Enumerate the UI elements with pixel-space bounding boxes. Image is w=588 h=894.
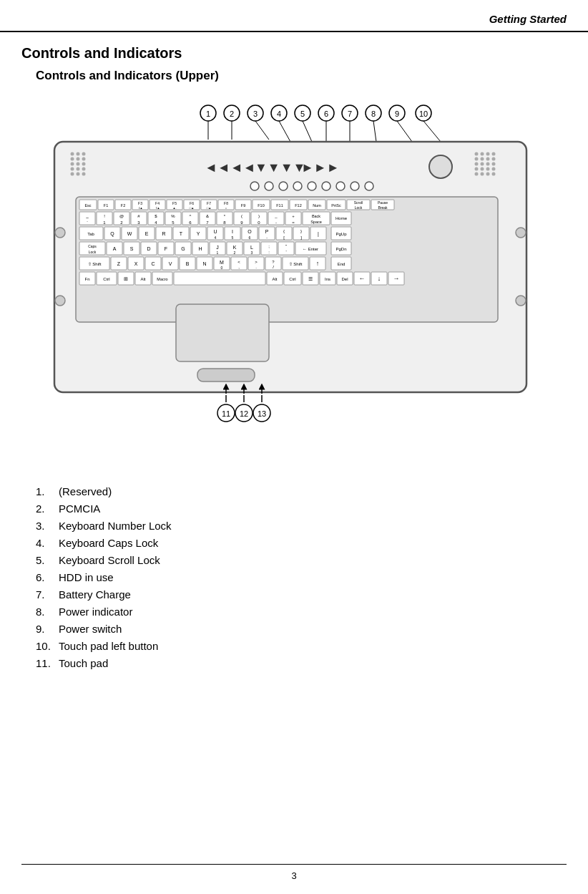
svg-text:□▲: □▲ <box>207 206 211 210</box>
svg-text:K: K <box>233 245 237 250</box>
svg-text:F10: F10 <box>258 203 264 208</box>
svg-line-28 <box>397 121 412 142</box>
svg-point-75 <box>322 182 330 190</box>
svg-text:5: 5 <box>232 235 234 240</box>
svg-text:U: U <box>213 229 217 234</box>
svg-point-53 <box>492 157 496 161</box>
svg-text:☰: ☰ <box>308 276 313 281</box>
svg-text:': ' <box>285 250 286 254</box>
svg-text:Y: Y <box>197 231 200 236</box>
svg-text:PgUp: PgUp <box>335 232 347 236</box>
svg-text:Esc: Esc <box>84 203 91 208</box>
list-item: 9. Power switch <box>36 623 567 635</box>
svg-text:⇧ Shift: ⇧ Shift <box>88 262 102 266</box>
svg-text:+: + <box>292 214 295 218</box>
svg-text:►►►: ►►► <box>301 160 339 175</box>
svg-text:Alt: Alt <box>140 277 145 281</box>
list-num-5: 5. <box>36 554 59 566</box>
svg-text:7: 7 <box>348 110 352 118</box>
numbered-list: 1. (Reserved) 2. PCMCIA 3. Keyboard Numb… <box>36 485 567 669</box>
svg-text:X: X <box>134 261 138 266</box>
svg-point-82 <box>516 296 526 306</box>
svg-point-70 <box>250 182 259 190</box>
svg-point-45 <box>82 173 86 176</box>
svg-point-31 <box>71 152 74 156</box>
svg-point-63 <box>481 173 484 176</box>
svg-text:Tab: Tab <box>87 232 94 236</box>
list-item: 8. Power indicator <box>36 606 567 618</box>
svg-point-36 <box>82 157 86 161</box>
svg-point-47 <box>481 152 484 156</box>
svg-text:": " <box>285 244 287 248</box>
svg-text:F1: F1 <box>104 203 108 208</box>
list-text-8: Power indicator <box>59 606 132 618</box>
list-item: 7. Battery Charge <box>36 588 567 601</box>
svg-text:D: D <box>147 246 150 251</box>
svg-text:P: P <box>265 229 269 234</box>
list-text-3: Keyboard Number Lock <box>59 520 172 532</box>
svg-text:↑: ↑ <box>316 260 320 267</box>
keyboard-diagram: 1 2 3 4 5 6 7 8 <box>29 93 559 472</box>
svg-point-40 <box>71 167 74 171</box>
svg-text:F11: F11 <box>276 203 283 208</box>
svg-point-37 <box>71 162 74 166</box>
svg-text:12: 12 <box>240 409 248 418</box>
svg-text:<: < <box>237 260 240 264</box>
svg-point-42 <box>82 167 86 171</box>
list-item: 6. HDD in use <box>36 571 567 583</box>
svg-text:F6: F6 <box>190 201 194 205</box>
diagram-area: 1 2 3 4 5 6 7 8 <box>29 93 559 472</box>
svg-text:I: I <box>232 229 233 234</box>
svg-point-44 <box>77 173 80 176</box>
list-num-7: 7. <box>36 588 59 601</box>
svg-point-73 <box>293 182 302 190</box>
svg-text:(: ( <box>241 214 242 218</box>
svg-text:13: 13 <box>258 409 266 418</box>
list-num-3: 3. <box>36 520 59 532</box>
svg-point-46 <box>475 152 479 156</box>
svg-text:M: M <box>220 260 224 265</box>
svg-text:1: 1 <box>217 251 219 255</box>
svg-point-41 <box>77 167 80 171</box>
list-text-7: Battery Charge <box>59 588 131 601</box>
svg-point-57 <box>492 162 496 166</box>
list-num-9: 9. <box>36 623 59 635</box>
main-content: Controls and Indicators Controls and Ind… <box>0 45 588 669</box>
svg-text:F7: F7 <box>207 201 211 205</box>
svg-text:⇩▲: ⇩▲ <box>138 206 143 210</box>
svg-text:6: 6 <box>249 235 251 240</box>
svg-text:Home: Home <box>335 216 348 220</box>
svg-text:5: 5 <box>300 110 305 118</box>
svg-text:Back: Back <box>312 214 320 218</box>
list-text-6: HDD in use <box>59 571 114 583</box>
svg-text:Ctrl: Ctrl <box>103 277 109 281</box>
svg-text:V: V <box>169 261 172 266</box>
svg-text:J: J <box>216 245 219 250</box>
svg-text:Caps: Caps <box>88 244 97 248</box>
list-num-1: 1. <box>36 485 59 497</box>
svg-point-80 <box>55 296 65 306</box>
svg-point-34 <box>71 157 74 161</box>
svg-point-56 <box>486 162 490 166</box>
svg-text:10: 10 <box>419 110 428 118</box>
svg-point-49 <box>492 152 496 156</box>
svg-text:Alt: Alt <box>272 277 277 281</box>
svg-text:☼: ☼ <box>225 206 227 210</box>
svg-text:>: > <box>255 260 258 264</box>
svg-point-65 <box>492 173 496 176</box>
svg-rect-300 <box>197 369 255 382</box>
page-footer: 3 <box>21 864 567 881</box>
svg-text:↓: ↓ <box>378 275 381 282</box>
list-item: 3. Keyboard Number Lock <box>36 520 567 532</box>
svg-point-79 <box>55 228 65 238</box>
svg-text:▲.: ▲. <box>172 206 176 210</box>
svg-text:Scroll: Scroll <box>354 200 363 205</box>
svg-text:Macro: Macro <box>157 277 167 281</box>
svg-text:Del: Del <box>341 277 348 281</box>
svg-text:_: _ <box>274 214 278 218</box>
svg-text:O: O <box>248 229 252 234</box>
svg-text:B: B <box>186 261 190 266</box>
svg-point-33 <box>82 152 86 156</box>
list-item: 11. Touch pad <box>36 657 567 669</box>
svg-text:⇧ Shift: ⇧ Shift <box>289 262 303 266</box>
